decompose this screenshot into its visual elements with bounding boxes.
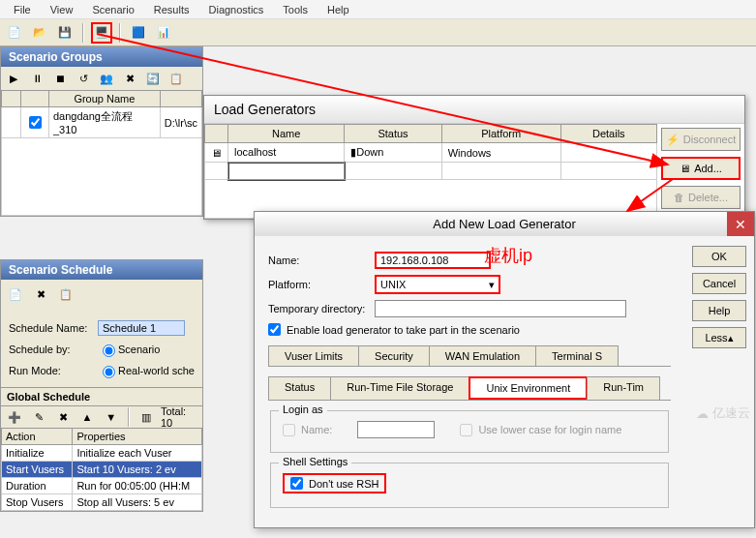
delete-button: 🗑Delete...: [661, 186, 741, 209]
add-button[interactable]: 🖥Add...: [661, 157, 741, 180]
run-mode-value: Real-world sche: [118, 365, 195, 376]
col-properties: Properties: [73, 429, 202, 445]
tab-runtime[interactable]: Run-Tim: [587, 376, 660, 400]
delete-icon: 🗑: [674, 192, 684, 203]
group-path-cell: D:\lr\sc: [160, 107, 201, 138]
name-input[interactable]: [375, 252, 491, 269]
disconnect-icon: ⚡: [666, 134, 680, 146]
save-icon[interactable]: 💾: [54, 22, 76, 44]
help-button[interactable]: Help: [692, 300, 746, 321]
tab-unix-environment[interactable]: Unix Environment: [469, 376, 588, 400]
gs-split-icon[interactable]: ▥: [136, 406, 157, 428]
gs-row[interactable]: DurationRun for 00:05:00 (HH:M: [2, 478, 202, 494]
schedule-name-input[interactable]: Schedule 1: [98, 320, 185, 336]
load-generators-icon[interactable]: 🖥️: [91, 22, 112, 44]
tempdir-label: Temporary directory:: [268, 303, 375, 314]
scenario-groups-panel: Scenario Groups ▶ ⏸ ⏹ ↺ 👥 ✖ 🔄 📋 Group Na…: [0, 46, 203, 217]
sched-del-icon[interactable]: ✖: [30, 284, 51, 305]
menu-view[interactable]: View: [41, 2, 83, 17]
scenario-schedule-panel: Scenario Schedule 📄 ✖ 📋 Schedule Name:Sc…: [0, 259, 203, 391]
annotation-label: 虚机ip: [484, 244, 532, 267]
schedule-by-radio[interactable]: [103, 344, 115, 357]
scenario-groups-toolbar: ▶ ⏸ ⏹ ↺ 👥 ✖ 🔄 📋: [1, 67, 202, 90]
scenario-groups-grid: Group Name dangdang全流程_310 D:\lr\sc: [1, 90, 202, 216]
watermark: ☁亿速云: [696, 404, 750, 422]
login-as-group: Login as Name:Use lower case for login n…: [270, 410, 669, 453]
run-mode-radio[interactable]: [103, 366, 115, 378]
menu-file[interactable]: File: [4, 2, 41, 17]
shell-settings-legend: Shell Settings: [279, 456, 351, 467]
tab-terminal[interactable]: Terminal S: [535, 345, 619, 366]
name-label: Name:: [268, 254, 375, 266]
tab-row-top: Vuser Limits Security WAN Emulation Term…: [268, 344, 671, 367]
login-name-checkbox: [283, 424, 295, 436]
col-group-name: Group Name: [49, 91, 161, 107]
global-schedule-table: ActionProperties InitializeInitialize ea…: [1, 428, 202, 511]
host-icon: 🖥: [205, 143, 228, 163]
gs-row[interactable]: InitializeInitialize each Vuser: [2, 445, 202, 462]
enable-checkbox[interactable]: [268, 323, 281, 336]
gs-row[interactable]: Start VusersStart 10 Vusers: 2 ev: [2, 462, 202, 478]
tab-wan-emulation[interactable]: WAN Emulation: [429, 345, 536, 366]
menu-help[interactable]: Help: [318, 2, 359, 17]
lowercase-checkbox: [460, 424, 472, 436]
stop-icon[interactable]: ⏹: [49, 68, 71, 89]
shell-settings-group: Shell Settings Don't use RSH: [270, 463, 669, 508]
menu-bar: File View Scenario Results Diagnostics T…: [0, 0, 756, 19]
disconnect-button: ⚡Disconnect: [661, 128, 741, 151]
global-schedule-title: Global Schedule: [1, 388, 202, 406]
tab-security[interactable]: Security: [358, 345, 430, 366]
cancel-button[interactable]: Cancel: [692, 273, 746, 294]
login-name-label: Name:: [301, 424, 332, 435]
reset-icon[interactable]: ↺: [73, 68, 94, 89]
load-generators-window: Load Generators NameStatusPlatformDetail…: [203, 95, 745, 220]
schedule-by-label: Schedule by:: [9, 344, 98, 355]
pause-icon[interactable]: ⏸: [26, 68, 47, 89]
new-icon[interactable]: 📄: [4, 22, 25, 44]
group-row[interactable]: dangdang全流程_310 D:\lr\sc: [2, 107, 202, 138]
gs-add-icon[interactable]: ➕: [5, 406, 25, 428]
sched-new-icon[interactable]: 📄: [5, 284, 26, 305]
enable-label: Enable load generator to take part in th…: [287, 324, 520, 336]
schedule-name-label: Schedule Name:: [9, 322, 98, 334]
less-button[interactable]: Less ▴: [692, 327, 746, 348]
global-schedule-panel: Global Schedule ➕ ✎ ✖ ▲ ▼ ▥ Total: 10 Ac…: [0, 387, 203, 512]
gs-row[interactable]: Stop VusersStop all Vusers: 5 ev: [2, 494, 202, 511]
lg-col-status: Status: [345, 125, 441, 143]
tool-icon-1[interactable]: 🟦: [128, 22, 149, 44]
tool-icon-2[interactable]: 📊: [153, 22, 174, 44]
gs-del-icon[interactable]: ✖: [53, 406, 74, 428]
close-button[interactable]: ✕: [727, 212, 754, 236]
vusers-icon[interactable]: 👥: [96, 68, 117, 89]
platform-select[interactable]: UNIX▾: [375, 275, 500, 294]
tab-runtime-storage[interactable]: Run-Time File Storage: [330, 376, 469, 400]
tab-row-bottom: Status Run-Time File Storage Unix Enviro…: [268, 374, 671, 401]
tab-vuser-limits[interactable]: Vuser Limits: [268, 345, 359, 366]
dont-use-rsh-label: Don't use RSH: [309, 478, 378, 490]
remove-icon[interactable]: ✖: [119, 68, 140, 89]
open-icon[interactable]: 📂: [29, 22, 50, 44]
menu-tools[interactable]: Tools: [273, 2, 318, 17]
detail-icon[interactable]: 📋: [166, 68, 187, 89]
gs-down-icon[interactable]: ▼: [101, 406, 121, 428]
col-action: Action: [2, 429, 73, 445]
menu-scenario[interactable]: Scenario: [82, 2, 143, 17]
dont-use-rsh-checkbox[interactable]: [290, 477, 303, 490]
refresh-icon[interactable]: 🔄: [142, 68, 164, 89]
menu-results[interactable]: Results: [144, 2, 199, 17]
group-checkbox[interactable]: [29, 116, 42, 129]
run-mode-label: Run Mode:: [9, 365, 98, 376]
lg-col-details: Details: [560, 125, 656, 143]
scenario-schedule-title: Scenario Schedule: [1, 260, 202, 280]
menu-diagnostics[interactable]: Diagnostics: [199, 2, 274, 17]
platform-label: Platform:: [268, 279, 375, 290]
tempdir-input[interactable]: [375, 300, 626, 317]
lg-row[interactable]: 🖥localhost▮DownWindows: [205, 143, 657, 163]
gs-up-icon[interactable]: ▲: [76, 406, 97, 428]
tab-status[interactable]: Status: [268, 376, 331, 400]
ok-button[interactable]: OK: [692, 246, 746, 267]
sched-copy-icon[interactable]: 📋: [55, 284, 76, 305]
login-name-input: [357, 421, 435, 438]
play-icon[interactable]: ▶: [3, 68, 24, 89]
gs-edit-icon[interactable]: ✎: [29, 406, 49, 428]
